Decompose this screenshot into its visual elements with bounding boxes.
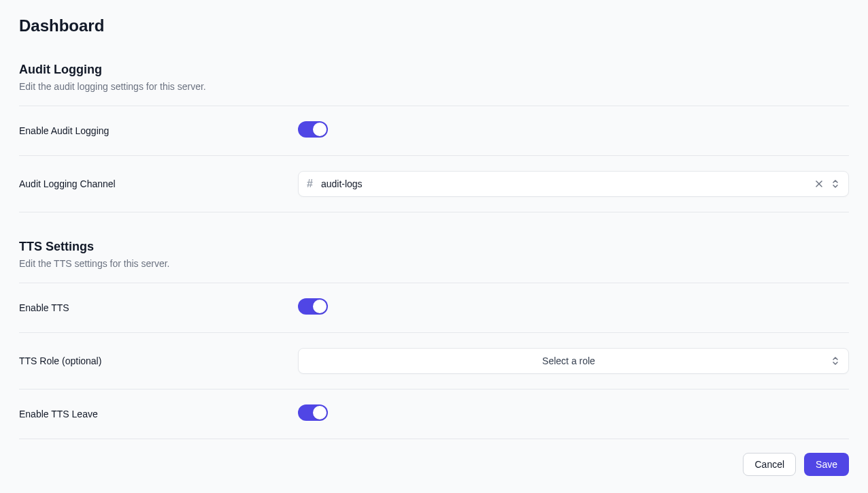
role-select[interactable]: Select a role: [298, 348, 849, 374]
section-desc-audit-logging: Edit the audit logging settings for this…: [19, 81, 849, 92]
setting-row-enable-audit-logging: Enable Audit Logging: [19, 106, 849, 156]
chevron-up-down-icon: [831, 356, 840, 366]
page-title: Dashboard: [19, 16, 849, 35]
setting-control: [298, 121, 849, 140]
setting-label: Audit Logging Channel: [19, 178, 298, 189]
chevron-up-down-icon: [831, 179, 840, 189]
hash-icon: #: [307, 178, 313, 190]
section-title-tts: TTS Settings: [19, 240, 849, 254]
setting-label: TTS Role (optional): [19, 355, 298, 366]
toggle-enable-tts-leave[interactable]: [298, 404, 328, 421]
clear-icon[interactable]: [810, 179, 828, 189]
setting-control: [298, 404, 849, 424]
setting-row-audit-logging-channel: Audit Logging Channel # audit-logs: [19, 156, 849, 212]
toggle-enable-audit-logging[interactable]: [298, 121, 328, 138]
setting-row-tts-role: TTS Role (optional) Select a role: [19, 333, 849, 389]
cancel-button[interactable]: Cancel: [743, 453, 796, 476]
setting-row-enable-tts: Enable TTS: [19, 283, 849, 333]
section-desc-tts: Edit the TTS settings for this server.: [19, 258, 849, 269]
setting-control: # audit-logs: [298, 171, 849, 197]
section-title-audit-logging: Audit Logging: [19, 63, 849, 77]
setting-label: Enable TTS Leave: [19, 409, 298, 419]
toggle-enable-tts[interactable]: [298, 298, 328, 315]
channel-select[interactable]: # audit-logs: [298, 171, 849, 197]
channel-select-value: audit-logs: [321, 178, 810, 189]
setting-control: Select a role: [298, 348, 849, 374]
actions-row: Cancel Save: [19, 453, 849, 476]
role-select-placeholder: Select a role: [542, 355, 595, 366]
setting-label: Enable Audit Logging: [19, 125, 298, 136]
setting-label: Enable TTS: [19, 302, 298, 313]
setting-row-enable-tts-leave: Enable TTS Leave: [19, 389, 849, 439]
save-button[interactable]: Save: [804, 453, 849, 476]
setting-control: [298, 298, 849, 317]
